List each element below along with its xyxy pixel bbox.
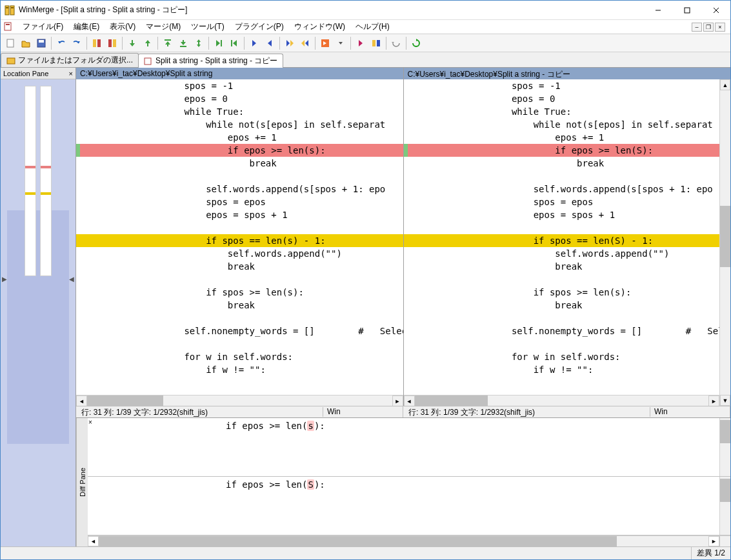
code-line[interactable] xyxy=(404,221,720,234)
diff-pane-close-icon[interactable]: × xyxy=(88,418,97,476)
right-vscroll[interactable]: ▲ ▼ xyxy=(719,79,730,406)
code-line[interactable] xyxy=(76,273,403,286)
menu-plugins[interactable]: プラグイン(P) xyxy=(230,20,289,34)
right-code-area[interactable]: spos = -1 epos = 0 while True: while not… xyxy=(404,79,720,395)
diff-prev-icon[interactable] xyxy=(90,36,104,50)
location-pane-body[interactable]: ▶ ◀ xyxy=(1,79,75,546)
menu-view[interactable]: 表示(V) xyxy=(105,20,141,34)
diff-hscroll[interactable]: ◄ ► xyxy=(88,535,730,546)
menu-help[interactable]: ヘルプ(H) xyxy=(350,20,395,34)
code-line[interactable]: break xyxy=(404,260,720,273)
close-icon[interactable]: × xyxy=(69,70,73,77)
refresh-icon[interactable] xyxy=(409,36,423,50)
code-line[interactable]: spos = -1 xyxy=(76,79,403,92)
code-line[interactable]: epos += 1 xyxy=(76,131,403,144)
scroll-left-icon[interactable]: ◄ xyxy=(404,395,415,406)
last-diff-icon[interactable] xyxy=(176,36,190,50)
tab-compare-active[interactable]: Split a string - Split a string - コピー xyxy=(138,54,283,68)
next-diff-icon[interactable] xyxy=(125,36,139,50)
mdi-minimize-button[interactable]: – xyxy=(692,23,702,32)
maximize-button[interactable] xyxy=(672,1,701,19)
code-line[interactable]: epos = spos + 1 xyxy=(76,208,403,221)
diff-code-bottom[interactable]: if epos >= len(S): xyxy=(97,477,719,535)
code-line[interactable]: spos = epos xyxy=(404,195,720,208)
code-line[interactable] xyxy=(76,337,403,350)
code-line[interactable]: break xyxy=(76,299,403,312)
code-line[interactable]: while not(s[epos] in self.separat xyxy=(76,118,403,131)
copy-left-all-icon[interactable] xyxy=(227,36,241,50)
code-line[interactable]: break xyxy=(76,157,403,170)
code-line[interactable]: if epos >= len(s): xyxy=(76,144,403,157)
location-right-bar[interactable] xyxy=(40,86,52,276)
mdi-restore-button[interactable]: ❐ xyxy=(703,23,714,32)
diff-vscroll[interactable] xyxy=(719,477,730,535)
code-line[interactable]: if spos >= len(s): xyxy=(76,286,403,299)
copy-right-advance-icon[interactable] xyxy=(283,36,297,50)
scroll-right-icon[interactable]: ► xyxy=(708,536,719,546)
scroll-down-icon[interactable]: ▼ xyxy=(720,395,730,406)
vscroll-thumb[interactable] xyxy=(720,206,730,266)
copy-left-advance-icon[interactable] xyxy=(298,36,312,50)
code-line[interactable]: spos = epos xyxy=(76,195,403,208)
code-line[interactable] xyxy=(404,337,720,350)
undo-icon[interactable] xyxy=(54,36,68,50)
location-left-bar[interactable] xyxy=(25,86,36,276)
code-line[interactable]: while True: xyxy=(76,105,403,118)
hscroll-thumb[interactable] xyxy=(99,536,617,546)
code-line[interactable]: for w in self.words: xyxy=(76,350,403,363)
code-line[interactable]: self.words.append("") xyxy=(404,247,720,260)
code-line[interactable]: epos = 0 xyxy=(76,92,403,105)
location-viewport[interactable] xyxy=(7,210,69,444)
code-line[interactable]: break xyxy=(404,299,720,312)
save-icon[interactable] xyxy=(34,36,48,50)
code-line[interactable]: if epos >= len(S): xyxy=(404,144,720,157)
current-diff-icon[interactable] xyxy=(192,36,206,50)
code-line[interactable]: if spos >= len(s): xyxy=(404,286,720,299)
auto-merge-icon[interactable] xyxy=(354,36,368,50)
right-hscroll[interactable]: ◄ ► xyxy=(404,395,720,406)
code-line[interactable] xyxy=(76,170,403,183)
prev-diff-icon[interactable] xyxy=(141,36,155,50)
code-line[interactable]: if spos == len(s) - 1: xyxy=(76,234,403,247)
scroll-right-icon[interactable]: ► xyxy=(708,395,719,406)
hscroll-thumb[interactable] xyxy=(87,395,163,406)
redo-icon[interactable] xyxy=(70,36,84,50)
code-line[interactable]: while not(s[epos] in self.separat xyxy=(404,118,720,131)
scroll-left-icon[interactable]: ◄ xyxy=(88,536,99,546)
menu-edit[interactable]: 編集(E) xyxy=(68,20,105,34)
scroll-right-icon[interactable]: ► xyxy=(392,395,403,406)
minimize-button[interactable] xyxy=(643,1,672,19)
close-button[interactable] xyxy=(701,1,730,19)
code-line[interactable]: epos += 1 xyxy=(404,131,720,144)
menu-merge[interactable]: マージ(M) xyxy=(141,20,186,34)
undo-merge-icon[interactable] xyxy=(389,36,403,50)
left-hscroll[interactable]: ◄ ► xyxy=(76,395,403,406)
code-line[interactable]: for w in self.words: xyxy=(404,350,720,363)
code-line[interactable]: break xyxy=(76,260,403,273)
code-line[interactable] xyxy=(76,312,403,325)
code-line[interactable]: if spos == len(S) - 1: xyxy=(404,234,720,247)
new-icon[interactable] xyxy=(3,36,17,50)
scroll-up-icon[interactable]: ▲ xyxy=(720,79,730,90)
mdi-close-button[interactable]: × xyxy=(715,23,725,32)
left-code-area[interactable]: spos = -1 epos = 0 while True: while not… xyxy=(76,79,403,395)
code-line[interactable]: self.nonempty_words = [] # Selec xyxy=(404,325,720,337)
code-line[interactable] xyxy=(404,170,720,183)
copy-left-icon[interactable] xyxy=(263,36,277,50)
diff-code-top[interactable]: if epos >= len(s): xyxy=(97,418,719,476)
left-pane-header[interactable]: C:¥Users¥i_tac¥Desktop¥Split a string xyxy=(76,68,403,79)
first-diff-icon[interactable] xyxy=(161,36,175,50)
code-line[interactable] xyxy=(404,312,720,325)
code-line[interactable]: self.words.append(s[spos + 1: epo xyxy=(404,183,720,195)
code-line[interactable] xyxy=(404,273,720,286)
tab-file-select[interactable]: ファイルまたはフォルダの選択... xyxy=(1,53,139,67)
code-line[interactable]: self.words.append(s[spos + 1: epo xyxy=(76,183,403,195)
code-line[interactable] xyxy=(76,221,403,234)
all-right-dropdown-icon[interactable] xyxy=(334,36,348,50)
copy-right-all-icon[interactable] xyxy=(212,36,226,50)
auto-merge2-icon[interactable] xyxy=(369,36,383,50)
menu-file[interactable]: ファイル(F) xyxy=(17,20,68,34)
code-line[interactable]: self.words.append("") xyxy=(76,247,403,260)
code-line[interactable]: self.nonempty_words = [] # Selec xyxy=(76,325,403,337)
menu-window[interactable]: ウィンドウ(W) xyxy=(289,20,350,34)
